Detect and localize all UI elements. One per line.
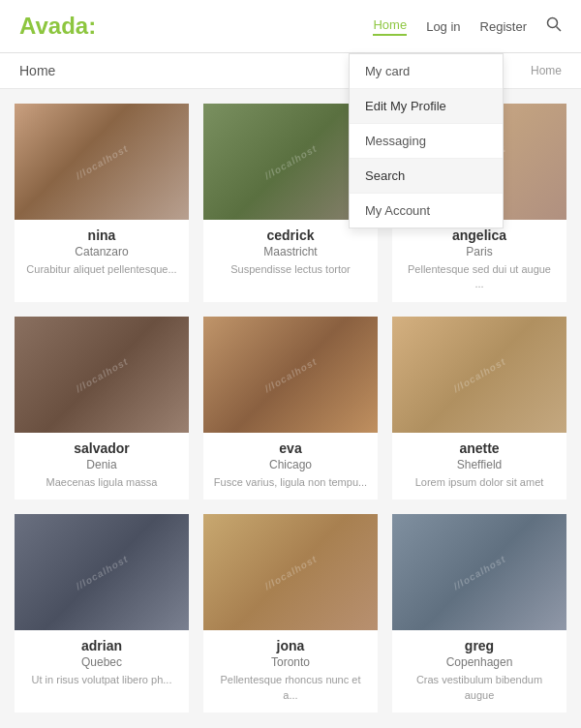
profile-desc-nina: Curabitur aliquet pellentesque...: [24, 262, 179, 277]
profile-card-adrian[interactable]: //localhost adrian Quebec Ut in risus vo…: [15, 514, 189, 713]
profile-info-jona: jona Toronto Pellentesque rhoncus nunc e…: [203, 630, 378, 713]
watermark-nina: //localhost: [15, 104, 189, 220]
profile-info-salvador: salvador Denia Maecenas ligula massa: [15, 433, 189, 500]
dropdown-item-my-account[interactable]: My Account: [350, 194, 503, 228]
watermark-adrian: //localhost: [15, 514, 189, 630]
profile-desc-angelica: Pellentesque sed dui ut augue ...: [402, 262, 557, 292]
profile-city-greg: Copenhagen: [402, 655, 557, 669]
watermark-greg: //localhost: [392, 514, 566, 630]
profile-card-greg[interactable]: //localhost greg Copenhagen Cras vestibu…: [392, 514, 566, 713]
profile-city-cedrick: Maastricht: [213, 245, 368, 258]
profile-name-cedrick: cedrick: [213, 228, 368, 243]
profile-name-anette: anette: [402, 440, 557, 456]
nav-home[interactable]: Home: [373, 17, 407, 36]
dropdown-item-my-card[interactable]: My card: [350, 54, 503, 89]
profile-desc-eva: Fusce varius, ligula non tempu...: [213, 475, 368, 490]
logo-colon: :: [88, 13, 96, 39]
profile-desc-anette: Lorem ipsum dolor sit amet: [402, 475, 557, 490]
profile-avatar-nina: //localhost: [15, 104, 189, 220]
profile-card-jona[interactable]: //localhost jona Toronto Pellentesque rh…: [203, 514, 378, 713]
profile-name-greg: greg: [402, 638, 557, 653]
nav-login[interactable]: Log in: [426, 19, 460, 34]
svg-line-1: [557, 27, 562, 32]
profile-avatar-anette: //localhost: [392, 317, 566, 433]
profile-name-angelica: angelica: [402, 228, 557, 243]
profile-name-jona: jona: [213, 638, 368, 653]
profile-info-nina: nina Catanzaro Curabitur aliquet pellent…: [15, 220, 189, 287]
nav-register[interactable]: Register: [480, 19, 527, 34]
profile-avatar-adrian: //localhost: [15, 514, 189, 630]
profile-desc-cedrick: Suspendisse lectus tortor: [213, 262, 368, 277]
profile-avatar-salvador: //localhost: [15, 317, 189, 433]
logo-text: Avada: [19, 13, 88, 39]
profile-name-salvador: salvador: [24, 440, 179, 456]
profile-info-eva: eva Chicago Fusce varius, ligula non tem…: [203, 433, 378, 500]
profile-city-nina: Catanzaro: [24, 245, 179, 258]
search-icon-button[interactable]: [546, 16, 562, 36]
dropdown-menu: My card Edit My Profile Messaging Search…: [349, 53, 504, 228]
profile-city-jona: Toronto: [213, 655, 368, 669]
main-nav: Home Log in Register: [373, 16, 562, 36]
profile-desc-greg: Cras vestibulum bibendum augue: [402, 673, 557, 703]
profile-name-adrian: adrian: [24, 638, 179, 653]
profile-info-greg: greg Copenhagen Cras vestibulum bibendum…: [392, 630, 566, 713]
dropdown-item-search[interactable]: Search: [350, 159, 503, 194]
watermark-eva: //localhost: [203, 317, 378, 433]
profile-city-anette: Sheffield: [402, 458, 557, 471]
profile-name-eva: eva: [213, 440, 368, 456]
profile-desc-salvador: Maecenas ligula massa: [24, 475, 179, 490]
profile-card-salvador[interactable]: //localhost salvador Denia Maecenas ligu…: [15, 317, 189, 500]
profile-city-eva: Chicago: [213, 458, 368, 471]
profile-city-angelica: Paris: [402, 245, 557, 258]
watermark-jona: //localhost: [203, 514, 378, 630]
dropdown-item-messaging[interactable]: Messaging: [350, 124, 503, 159]
profile-card-nina[interactable]: //localhost nina Catanzaro Curabitur ali…: [15, 104, 189, 302]
profile-info-adrian: adrian Quebec Ut in risus volutpat liber…: [15, 630, 189, 697]
logo: Avada:: [19, 13, 96, 40]
watermark-anette: //localhost: [392, 317, 566, 433]
profile-info-anette: anette Sheffield Lorem ipsum dolor sit a…: [392, 433, 566, 500]
profile-info-cedrick: cedrick Maastricht Suspendisse lectus to…: [203, 220, 378, 287]
search-icon: [546, 16, 562, 32]
profile-card-anette[interactable]: //localhost anette Sheffield Lorem ipsum…: [392, 317, 566, 500]
profile-card-eva[interactable]: //localhost eva Chicago Fusce varius, li…: [203, 317, 378, 500]
profile-avatar-jona: //localhost: [203, 514, 378, 630]
profile-city-salvador: Denia: [24, 458, 179, 471]
profile-desc-jona: Pellentesque rhoncus nunc et a...: [213, 673, 368, 703]
profile-avatar-greg: //localhost: [392, 514, 566, 630]
profile-desc-adrian: Ut in risus volutpat libero ph...: [24, 673, 179, 687]
profile-info-angelica: angelica Paris Pellentesque sed dui ut a…: [392, 220, 566, 302]
svg-point-0: [548, 18, 558, 28]
header: Avada: Home Log in Register My card Edit…: [0, 0, 581, 53]
profile-avatar-eva: //localhost: [203, 317, 378, 433]
watermark-salvador: //localhost: [15, 317, 189, 433]
profile-city-adrian: Quebec: [24, 655, 179, 669]
dropdown-item-edit-profile[interactable]: Edit My Profile: [350, 89, 503, 124]
breadcrumb-current: Home: [19, 63, 55, 78]
breadcrumb-trail: Home: [531, 64, 562, 77]
profile-name-nina: nina: [24, 228, 179, 243]
